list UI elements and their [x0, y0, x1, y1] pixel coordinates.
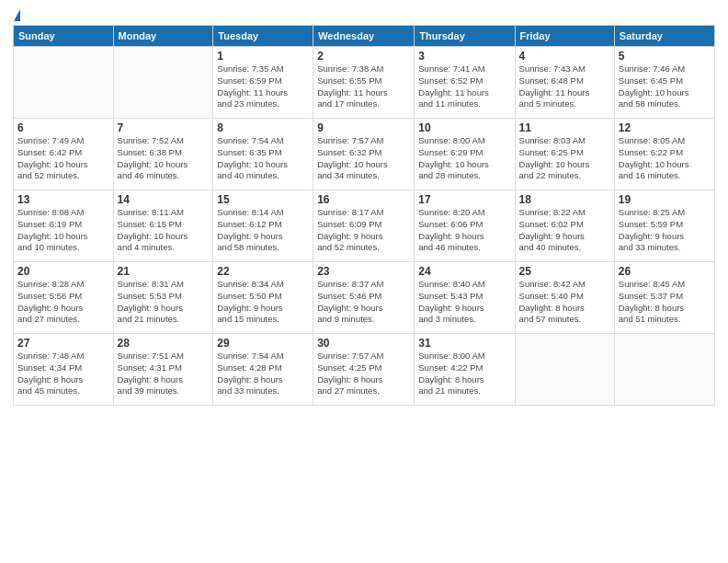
day-number: 19: [619, 193, 711, 206]
day-info: Sunrise: 7:46 AM Sunset: 6:45 PM Dayligh…: [619, 63, 711, 110]
day-info: Sunrise: 8:40 AM Sunset: 5:43 PM Dayligh…: [418, 279, 510, 326]
calendar-cell: 16Sunrise: 8:17 AM Sunset: 6:09 PM Dayli…: [313, 190, 415, 262]
day-number: 5: [619, 50, 711, 63]
weekday-header-saturday: Saturday: [614, 26, 714, 47]
day-info: Sunrise: 8:31 AM Sunset: 5:53 PM Dayligh…: [118, 279, 210, 326]
day-info: Sunrise: 8:11 AM Sunset: 6:15 PM Dayligh…: [118, 207, 210, 254]
calendar-cell: [614, 334, 714, 406]
calendar-week-row: 13Sunrise: 8:08 AM Sunset: 6:19 PM Dayli…: [14, 190, 715, 262]
calendar-cell: 3Sunrise: 7:41 AM Sunset: 6:52 PM Daylig…: [415, 47, 515, 119]
day-number: 13: [17, 193, 109, 206]
logo: [13, 9, 20, 21]
day-info: Sunrise: 8:45 AM Sunset: 5:37 PM Dayligh…: [619, 279, 711, 326]
day-number: 22: [217, 265, 309, 278]
calendar-cell: 2Sunrise: 7:38 AM Sunset: 6:55 PM Daylig…: [313, 47, 415, 119]
calendar-cell: 27Sunrise: 7:48 AM Sunset: 4:34 PM Dayli…: [14, 334, 114, 406]
day-number: 8: [217, 121, 309, 134]
day-number: 29: [217, 337, 309, 350]
calendar-cell: 19Sunrise: 8:25 AM Sunset: 5:59 PM Dayli…: [614, 190, 714, 262]
day-info: Sunrise: 8:28 AM Sunset: 5:56 PM Dayligh…: [17, 279, 109, 326]
day-info: Sunrise: 7:49 AM Sunset: 6:42 PM Dayligh…: [17, 135, 109, 182]
calendar-cell: 24Sunrise: 8:40 AM Sunset: 5:43 PM Dayli…: [415, 262, 515, 334]
day-number: 9: [317, 121, 410, 134]
day-info: Sunrise: 8:42 AM Sunset: 5:40 PM Dayligh…: [519, 279, 610, 326]
weekday-header-thursday: Thursday: [415, 26, 515, 47]
day-info: Sunrise: 8:00 AM Sunset: 6:29 PM Dayligh…: [418, 135, 510, 182]
day-info: Sunrise: 8:03 AM Sunset: 6:25 PM Dayligh…: [519, 135, 610, 182]
page-container: SundayMondayTuesdayWednesdayThursdayFrid…: [0, 0, 728, 413]
weekday-header-tuesday: Tuesday: [213, 26, 313, 47]
calendar-cell: 22Sunrise: 8:34 AM Sunset: 5:50 PM Dayli…: [213, 262, 313, 334]
calendar-cell: 20Sunrise: 8:28 AM Sunset: 5:56 PM Dayli…: [14, 262, 114, 334]
day-info: Sunrise: 7:57 AM Sunset: 4:25 PM Dayligh…: [317, 350, 410, 397]
calendar-cell: 23Sunrise: 8:37 AM Sunset: 5:46 PM Dayli…: [313, 262, 415, 334]
calendar-cell: 6Sunrise: 7:49 AM Sunset: 6:42 PM Daylig…: [14, 119, 114, 190]
calendar-week-row: 6Sunrise: 7:49 AM Sunset: 6:42 PM Daylig…: [14, 119, 715, 190]
day-number: 23: [317, 265, 410, 278]
calendar-cell: 21Sunrise: 8:31 AM Sunset: 5:53 PM Dayli…: [113, 262, 213, 334]
day-number: 18: [519, 193, 610, 206]
calendar-cell: [113, 47, 213, 119]
calendar-cell: 15Sunrise: 8:14 AM Sunset: 6:12 PM Dayli…: [213, 190, 313, 262]
weekday-header-sunday: Sunday: [14, 26, 114, 47]
day-info: Sunrise: 8:00 AM Sunset: 4:22 PM Dayligh…: [418, 350, 510, 397]
calendar-cell: 29Sunrise: 7:54 AM Sunset: 4:28 PM Dayli…: [213, 334, 313, 406]
calendar-cell: 10Sunrise: 8:00 AM Sunset: 6:29 PM Dayli…: [415, 119, 515, 190]
day-number: 16: [317, 193, 410, 206]
day-number: 26: [619, 265, 711, 278]
day-info: Sunrise: 7:57 AM Sunset: 6:32 PM Dayligh…: [317, 135, 410, 182]
day-number: 11: [519, 121, 610, 134]
calendar-cell: 11Sunrise: 8:03 AM Sunset: 6:25 PM Dayli…: [515, 119, 614, 190]
calendar-cell: 8Sunrise: 7:54 AM Sunset: 6:35 PM Daylig…: [213, 119, 313, 190]
day-number: 6: [17, 121, 109, 134]
day-info: Sunrise: 8:34 AM Sunset: 5:50 PM Dayligh…: [217, 279, 309, 326]
calendar-cell: 30Sunrise: 7:57 AM Sunset: 4:25 PM Dayli…: [313, 334, 415, 406]
calendar-cell: 5Sunrise: 7:46 AM Sunset: 6:45 PM Daylig…: [614, 47, 714, 119]
day-number: 31: [418, 337, 510, 350]
weekday-header-monday: Monday: [113, 26, 213, 47]
calendar-cell: 7Sunrise: 7:52 AM Sunset: 6:38 PM Daylig…: [113, 119, 213, 190]
weekday-header-wednesday: Wednesday: [313, 26, 415, 47]
day-number: 15: [217, 193, 309, 206]
day-number: 21: [118, 265, 210, 278]
calendar-cell: 13Sunrise: 8:08 AM Sunset: 6:19 PM Dayli…: [14, 190, 114, 262]
day-info: Sunrise: 7:41 AM Sunset: 6:52 PM Dayligh…: [418, 63, 510, 110]
calendar-week-row: 1Sunrise: 7:35 AM Sunset: 6:59 PM Daylig…: [14, 47, 715, 119]
day-number: 28: [118, 337, 210, 350]
calendar-cell: [14, 47, 114, 119]
day-info: Sunrise: 7:48 AM Sunset: 4:34 PM Dayligh…: [17, 350, 109, 397]
calendar-cell: 1Sunrise: 7:35 AM Sunset: 6:59 PM Daylig…: [213, 47, 313, 119]
day-info: Sunrise: 8:14 AM Sunset: 6:12 PM Dayligh…: [217, 207, 309, 254]
day-number: 24: [418, 265, 510, 278]
day-number: 30: [317, 337, 410, 350]
day-number: 12: [619, 121, 711, 134]
day-info: Sunrise: 8:05 AM Sunset: 6:22 PM Dayligh…: [619, 135, 711, 182]
day-number: 17: [418, 193, 510, 206]
day-number: 3: [418, 50, 510, 63]
day-info: Sunrise: 7:35 AM Sunset: 6:59 PM Dayligh…: [217, 63, 309, 110]
calendar-cell: 18Sunrise: 8:22 AM Sunset: 6:02 PM Dayli…: [515, 190, 614, 262]
day-info: Sunrise: 8:08 AM Sunset: 6:19 PM Dayligh…: [17, 207, 109, 254]
day-number: 14: [118, 193, 210, 206]
day-number: 2: [317, 50, 410, 63]
calendar-cell: 14Sunrise: 8:11 AM Sunset: 6:15 PM Dayli…: [113, 190, 213, 262]
calendar-week-row: 27Sunrise: 7:48 AM Sunset: 4:34 PM Dayli…: [14, 334, 715, 406]
calendar-cell: 25Sunrise: 8:42 AM Sunset: 5:40 PM Dayli…: [515, 262, 614, 334]
logo-triangle-icon: [14, 9, 20, 21]
day-info: Sunrise: 7:43 AM Sunset: 6:48 PM Dayligh…: [519, 63, 610, 110]
calendar-cell: 31Sunrise: 8:00 AM Sunset: 4:22 PM Dayli…: [415, 334, 515, 406]
calendar-cell: 9Sunrise: 7:57 AM Sunset: 6:32 PM Daylig…: [313, 119, 415, 190]
day-info: Sunrise: 7:51 AM Sunset: 4:31 PM Dayligh…: [118, 350, 210, 397]
day-info: Sunrise: 8:37 AM Sunset: 5:46 PM Dayligh…: [317, 279, 410, 326]
day-info: Sunrise: 8:25 AM Sunset: 5:59 PM Dayligh…: [619, 207, 711, 254]
day-number: 1: [217, 50, 309, 63]
weekday-header-row: SundayMondayTuesdayWednesdayThursdayFrid…: [14, 26, 715, 47]
weekday-header-friday: Friday: [515, 26, 614, 47]
calendar-cell: 4Sunrise: 7:43 AM Sunset: 6:48 PM Daylig…: [515, 47, 614, 119]
day-number: 10: [418, 121, 510, 134]
day-info: Sunrise: 7:54 AM Sunset: 4:28 PM Dayligh…: [217, 350, 309, 397]
day-number: 20: [17, 265, 109, 278]
day-number: 4: [519, 50, 610, 63]
day-info: Sunrise: 7:52 AM Sunset: 6:38 PM Dayligh…: [118, 135, 210, 182]
calendar-week-row: 20Sunrise: 8:28 AM Sunset: 5:56 PM Dayli…: [14, 262, 715, 334]
